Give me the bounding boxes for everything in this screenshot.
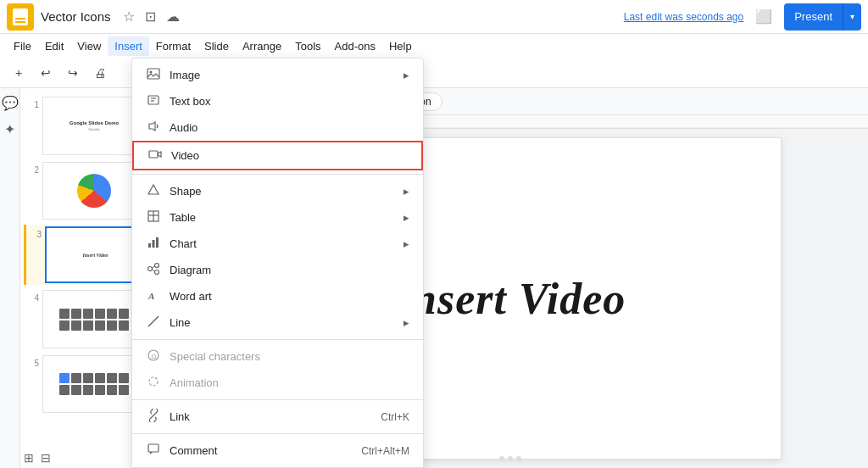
audio-icon	[146, 120, 161, 136]
menu-item-table[interactable]: Table ▸	[132, 204, 423, 231]
icon-item	[119, 373, 129, 383]
menu-item-audio[interactable]: Audio	[132, 114, 423, 141]
menu-item-chart[interactable]: Chart ▸	[132, 231, 423, 257]
icon-item	[59, 385, 70, 395]
folder-icon[interactable]: ⊡	[145, 8, 156, 25]
menu-item-line[interactable]: Line ▸	[132, 309, 423, 336]
svg-rect-26	[148, 444, 159, 452]
present-dropdown-arrow[interactable]: ▾	[843, 3, 861, 31]
comment-button[interactable]: ⬜	[750, 3, 777, 31]
icon-item	[119, 309, 129, 319]
icon-item	[107, 385, 117, 395]
cloud-icon[interactable]: ☁	[166, 8, 180, 25]
menu-arrange[interactable]: Arrange	[236, 36, 288, 56]
slide-thumb-2[interactable]: 2	[24, 160, 147, 222]
shape-arrow: ▸	[403, 185, 409, 198]
menu-addons[interactable]: Add-ons	[328, 36, 382, 56]
topbar: Vector Icons ☆ ⊡ ☁ Last edit was seconds…	[0, 0, 868, 34]
menu-item-shape[interactable]: Shape ▸	[132, 178, 423, 204]
menu-file[interactable]: File	[7, 36, 38, 56]
svg-line-18	[153, 266, 155, 268]
svg-marker-7	[158, 152, 161, 157]
main-area: 💬 ✦ 1 Google Slides Demo Subtitle 2 3	[0, 88, 868, 468]
slide3-label: Insert Video	[82, 253, 108, 258]
slide-main-title: Insert Video	[394, 274, 626, 324]
menu-view[interactable]: View	[70, 36, 108, 56]
menu-section-extras: Ω Special characters Animation	[132, 339, 423, 399]
grid-view-icon[interactable]: ⊞	[24, 451, 34, 465]
left-shapes-icon[interactable]: ✦	[4, 121, 15, 137]
comment-shortcut: Ctrl+Alt+M	[361, 445, 409, 457]
textbox-label: Text box	[170, 95, 409, 108]
left-comments-icon[interactable]: 💬	[2, 95, 19, 111]
menu-item-comment[interactable]: Comment Ctrl+Alt+M	[132, 437, 423, 464]
menu-item-animation[interactable]: Animation	[132, 370, 423, 396]
diagram-label: Diagram	[170, 264, 409, 276]
menu-item-link[interactable]: Link Ctrl+K	[132, 404, 423, 430]
slide-thumb-3[interactable]: 3 Insert Video	[24, 225, 147, 285]
menu-insert[interactable]: Insert	[108, 36, 149, 56]
menu-item-video[interactable]: Video	[132, 141, 423, 170]
icon-item	[71, 309, 81, 319]
menu-format[interactable]: Format	[149, 36, 198, 56]
comment-menu-label: Comment	[170, 444, 353, 457]
list-view-icon[interactable]: ⊟	[41, 451, 51, 465]
bottom-slide-icons: ⊞ ⊟	[24, 451, 51, 465]
link-icon	[146, 409, 161, 425]
menu-item-image[interactable]: Image ▸	[132, 62, 423, 88]
slide-num-4: 4	[25, 293, 39, 303]
image-icon	[146, 67, 161, 83]
svg-line-21	[148, 316, 159, 326]
app-logo[interactable]	[7, 3, 34, 31]
menu-edit[interactable]: Edit	[38, 36, 70, 56]
icon-item	[71, 385, 81, 395]
undo-button[interactable]: ↩	[34, 61, 58, 85]
shape-icon	[146, 183, 161, 199]
slide-thumb-4[interactable]: 4	[24, 288, 147, 350]
slide-preview-4	[42, 290, 146, 348]
icon-item	[83, 320, 93, 331]
slide-preview-2	[42, 162, 146, 220]
star-icon[interactable]: ☆	[123, 8, 135, 25]
menu-item-special-chars[interactable]: Ω Special characters	[132, 343, 423, 370]
animation-icon	[146, 375, 161, 391]
animation-label: Animation	[170, 376, 409, 389]
chart-label: Chart	[170, 237, 392, 250]
app-title: Vector Icons	[41, 9, 111, 24]
slide-content-2	[43, 163, 145, 220]
svg-point-24	[149, 377, 158, 386]
icon-item	[83, 309, 93, 319]
present-button[interactable]: Present ▾	[784, 3, 861, 31]
slide-preview-5	[42, 355, 146, 414]
shape-label: Shape	[170, 185, 392, 198]
slide-num-5: 5	[25, 359, 39, 368]
menu-help[interactable]: Help	[382, 36, 419, 56]
icon-item	[95, 373, 105, 383]
menu-item-textbox[interactable]: Text box	[132, 88, 423, 114]
svg-marker-5	[149, 122, 155, 131]
icon-item	[83, 373, 93, 383]
slide-thumb-5[interactable]: 5	[24, 354, 147, 415]
menu-item-diagram[interactable]: Diagram	[132, 257, 423, 283]
icon-item	[71, 373, 81, 383]
icon-item	[95, 320, 105, 331]
print-button[interactable]: 🖨	[88, 61, 112, 85]
menu-tools[interactable]: Tools	[288, 36, 327, 56]
redo-button[interactable]: ↪	[61, 61, 85, 85]
menu-item-wordart[interactable]: A Word art	[132, 283, 423, 309]
toolbar: + ↩ ↪ 🖨	[0, 58, 868, 88]
image-label: Image	[170, 69, 392, 81]
add-button[interactable]: +	[7, 61, 31, 85]
link-label: Link	[170, 410, 372, 423]
icon-item	[107, 309, 117, 319]
menu-slide[interactable]: Slide	[198, 36, 236, 56]
line-arrow: ▸	[403, 316, 409, 329]
icon-item	[59, 309, 70, 319]
special-chars-icon: Ω	[146, 348, 161, 365]
canvas-dot-1	[499, 456, 504, 461]
svg-text:A: A	[147, 291, 154, 301]
present-label: Present	[784, 10, 843, 23]
icon-item	[119, 320, 129, 331]
slide-thumb-1[interactable]: 1 Google Slides Demo Subtitle	[24, 95, 147, 157]
icon-item	[119, 385, 129, 395]
